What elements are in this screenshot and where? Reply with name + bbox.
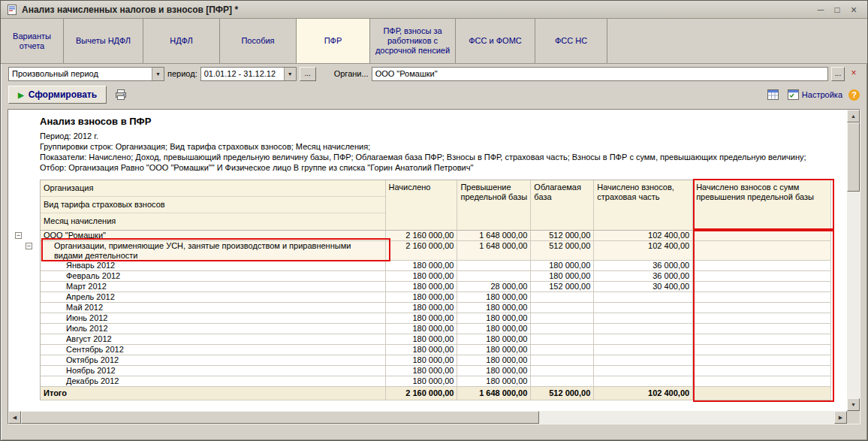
value-cell[interactable]: 102 400,00	[594, 231, 693, 241]
value-cell[interactable]	[594, 366, 693, 376]
generate-button[interactable]: ▶ Сформировать	[8, 86, 107, 104]
value-cell[interactable]	[531, 376, 594, 387]
value-cell[interactable]: 180 000,00	[457, 376, 531, 387]
value-cell[interactable]: 1 648 000,00	[457, 387, 531, 400]
value-cell[interactable]	[693, 271, 831, 282]
value-cell[interactable]	[693, 355, 831, 366]
scroll-right-icon[interactable]: ▶	[834, 411, 847, 424]
value-cell[interactable]: 180 000,00	[386, 292, 458, 303]
help-icon[interactable]: ?	[848, 89, 860, 101]
value-cell[interactable]	[693, 345, 831, 355]
value-cell[interactable]: 102 400,00	[594, 387, 693, 400]
chevron-down-icon[interactable]: ▼	[152, 68, 164, 80]
vertical-scroll-thumb[interactable]	[847, 122, 860, 192]
value-cell[interactable]	[531, 292, 594, 303]
value-cell[interactable]: 180 000,00	[386, 355, 458, 366]
value-cell[interactable]: 180 000,00	[457, 313, 531, 324]
tab-fss-ns[interactable]: ФСС НС	[535, 19, 607, 63]
value-cell[interactable]	[531, 303, 594, 313]
period-range-select[interactable]: 01.01.12 - 31.12.12 ▼	[200, 67, 297, 81]
value-cell[interactable]	[594, 303, 693, 313]
row-label-cell[interactable]: Февраль 2012	[41, 271, 386, 282]
value-cell[interactable]: 180 000,00	[386, 345, 458, 355]
tab-benefits[interactable]: Пособия	[220, 19, 297, 63]
value-cell[interactable]	[457, 271, 531, 282]
value-cell[interactable]: 512 000,00	[531, 231, 594, 241]
minimize-button[interactable]: ─	[813, 2, 828, 17]
value-cell[interactable]: 180 000,00	[386, 282, 458, 292]
collapse-tariff-icon[interactable]: −	[26, 243, 32, 249]
row-label-cell[interactable]: Декабрь 2012	[41, 376, 386, 387]
value-cell[interactable]: 1 648 000,00	[457, 231, 531, 241]
row-label-cell[interactable]: Май 2012	[41, 303, 386, 313]
value-cell[interactable]	[693, 334, 831, 345]
value-cell[interactable]	[693, 261, 831, 271]
value-cell[interactable]: 180 000,00	[386, 303, 458, 313]
period-type-select[interactable]: Произвольный период ▼	[8, 67, 164, 81]
value-cell[interactable]: 180 000,00	[386, 334, 458, 345]
row-label-cell[interactable]: Сентябрь 2012	[41, 345, 386, 355]
value-cell[interactable]: 180 000,00	[457, 292, 531, 303]
value-cell[interactable]: 180 000,00	[386, 261, 458, 271]
row-label-cell[interactable]: Август 2012	[41, 334, 386, 345]
column-header-accrued[interactable]: Начислено	[386, 180, 458, 231]
value-cell[interactable]: 512 000,00	[531, 241, 594, 261]
chevron-down-icon[interactable]: ▼	[284, 68, 296, 80]
value-cell[interactable]	[693, 241, 831, 261]
horizontal-scrollbar[interactable]: ◀ ▶	[8, 411, 847, 424]
period-more-button[interactable]: ...	[300, 67, 316, 81]
scroll-left-icon[interactable]: ◀	[8, 411, 21, 424]
close-button[interactable]: ×	[846, 2, 861, 17]
row-label-cell[interactable]: Октябрь 2012	[41, 355, 386, 366]
value-cell[interactable]	[531, 324, 594, 334]
value-cell[interactable]: 180 000,00	[457, 303, 531, 313]
value-cell[interactable]: 2 160 000,00	[386, 231, 458, 241]
row-header-cell[interactable]: Организация Вид тарифа страховых взносов…	[41, 180, 386, 231]
value-cell[interactable]: 28 000,00	[457, 282, 531, 292]
value-cell[interactable]	[693, 303, 831, 313]
row-label-cell[interactable]: Ноябрь 2012	[41, 366, 386, 376]
value-cell[interactable]	[594, 324, 693, 334]
organization-input[interactable]: ООО "Ромашки"	[372, 67, 828, 81]
value-cell[interactable]	[594, 313, 693, 324]
scroll-up-icon[interactable]: ▲	[847, 110, 860, 122]
value-cell[interactable]	[693, 387, 831, 400]
tab-report-variants[interactable]: Варианты отчета	[1, 19, 64, 63]
row-label-cell[interactable]: Организации, применяющие УСН, занятые пр…	[41, 241, 386, 261]
value-cell[interactable]	[594, 376, 693, 387]
row-label-cell[interactable]: Январь 2012	[41, 261, 386, 271]
value-cell[interactable]: 180 000,00	[386, 366, 458, 376]
value-cell[interactable]	[531, 345, 594, 355]
row-label-cell[interactable]: Март 2012	[41, 282, 386, 292]
value-cell[interactable]: 180 000,00	[457, 366, 531, 376]
column-header-excess-contributions[interactable]: Начислено взносов с сумм превышения пред…	[693, 180, 831, 231]
value-cell[interactable]: 102 400,00	[594, 241, 693, 261]
tab-fss-foms[interactable]: ФСС и ФОМС	[456, 19, 535, 63]
scroll-down-icon[interactable]: ▼	[847, 398, 860, 411]
value-cell[interactable]	[693, 313, 831, 324]
value-cell[interactable]	[693, 324, 831, 334]
value-cell[interactable]: 180 000,00	[531, 261, 594, 271]
value-cell[interactable]: 36 000,00	[594, 271, 693, 282]
print-button[interactable]	[113, 86, 129, 103]
tab-ndfl[interactable]: НДФЛ	[143, 19, 220, 63]
row-label-cell[interactable]: Апрель 2012	[41, 292, 386, 303]
value-cell[interactable]	[693, 292, 831, 303]
value-cell[interactable]: 180 000,00	[457, 355, 531, 366]
tab-ndfl-deductions[interactable]: Вычеты НДФЛ	[64, 19, 143, 63]
value-cell[interactable]: 180 000,00	[457, 334, 531, 345]
maximize-button[interactable]: □	[830, 2, 845, 17]
value-cell[interactable]	[531, 366, 594, 376]
row-label-cell[interactable]: ООО "Ромашки"	[41, 231, 386, 241]
value-cell[interactable]	[693, 376, 831, 387]
tab-pfr-early-pension[interactable]: ПФР, взносы за работников с досрочной пе…	[370, 19, 456, 63]
value-cell[interactable]	[531, 313, 594, 324]
value-cell[interactable]: 1 648 000,00	[457, 241, 531, 261]
column-header-insurance-part[interactable]: Начислено взносов, страховая часть	[594, 180, 693, 231]
column-header-excess-base[interactable]: Превышение предельной базы	[457, 180, 531, 231]
value-cell[interactable]	[693, 366, 831, 376]
value-cell[interactable]: 152 000,00	[531, 282, 594, 292]
value-cell[interactable]: 2 160 000,00	[386, 387, 458, 400]
value-cell[interactable]: 512 000,00	[531, 387, 594, 400]
value-cell[interactable]: 2 160 000,00	[386, 241, 458, 261]
